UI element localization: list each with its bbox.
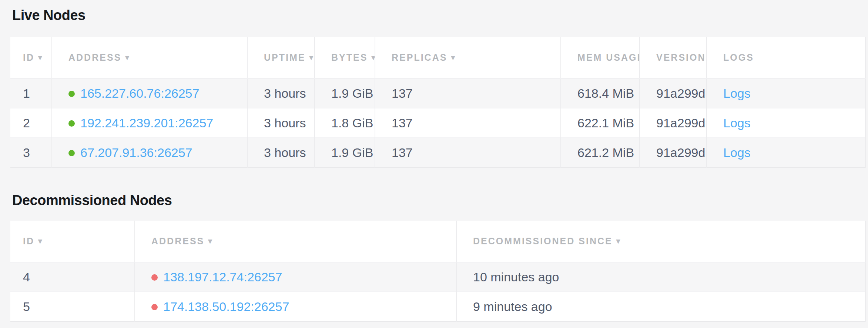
column-label: ADDRESS (151, 236, 204, 246)
column-label: ID (23, 236, 34, 246)
column-header-address[interactable]: ADDRESS▾ (52, 37, 247, 78)
sort-arrow-icon: ▾ (125, 53, 129, 62)
node-address-link[interactable]: 192.241.239.201:26257 (80, 116, 213, 130)
node-id-cell: 3 (10, 138, 52, 167)
decommissioned-header-row: ID▾ ADDRESS▾ DECOMMISSIONED SINCE▾ (10, 221, 865, 262)
node-address-link[interactable]: 138.197.12.74:26257 (163, 270, 282, 284)
column-label: VERSION (656, 52, 706, 63)
logs-cell: Logs (707, 108, 865, 138)
version-cell: 91a299d (640, 78, 707, 108)
column-label: MEM USAGE (577, 52, 640, 63)
decommissioned-status-dot-icon (151, 274, 158, 281)
node-address-cell: 192.241.239.201:26257 (52, 108, 247, 138)
column-label: REPLICAS (392, 52, 447, 63)
decommissioned-nodes-title: Decommissioned Nodes (12, 192, 868, 208)
version-cell: 91a299d (640, 138, 707, 167)
live-status-dot-icon (68, 120, 75, 127)
node-id-cell: 5 (10, 292, 135, 321)
table-row: 2 192.241.239.201:26257 3 hours 1.8 GiB … (10, 108, 865, 138)
live-nodes-header-row: ID▾ ADDRESS▾ UPTIME▾ BYTES▾ REPLICAS▾ ME… (10, 37, 865, 78)
column-header-logs: LOGS (707, 37, 865, 78)
column-label: ID (23, 52, 34, 63)
table-row: 1 165.227.60.76:26257 3 hours 1.9 GiB 13… (10, 78, 865, 108)
bytes-cell: 1.8 GiB (315, 108, 375, 138)
column-label: BYTES (331, 52, 368, 63)
sort-arrow-icon: ▾ (451, 53, 455, 62)
table-row: 3 67.207.91.36:26257 3 hours 1.9 GiB 137… (10, 138, 865, 167)
table-row: 5 174.138.50.192:26257 9 minutes ago (10, 292, 865, 321)
logs-cell: Logs (707, 138, 865, 167)
sort-arrow-icon: ▾ (616, 237, 620, 245)
column-label: ADDRESS (68, 52, 121, 63)
logs-cell: Logs (707, 78, 865, 108)
live-nodes-title: Live Nodes (12, 0, 868, 21)
live-status-dot-icon (68, 150, 75, 156)
sort-arrow-icon: ▾ (38, 53, 42, 62)
column-label: UPTIME (264, 52, 305, 63)
logs-link[interactable]: Logs (723, 86, 751, 100)
bytes-cell: 1.9 GiB (315, 138, 375, 167)
mem-usage-cell: 622.1 MiB (561, 108, 640, 138)
version-cell: 91a299d (640, 108, 707, 138)
live-nodes-table: ID▾ ADDRESS▾ UPTIME▾ BYTES▾ REPLICAS▾ ME… (10, 37, 866, 168)
uptime-cell: 3 hours (247, 138, 315, 167)
column-label: DECOMMISSIONED SINCE (473, 236, 613, 246)
sort-arrow-icon: ▾ (38, 237, 42, 245)
node-id-cell: 4 (10, 262, 135, 292)
column-label: LOGS (723, 52, 754, 63)
column-header-bytes[interactable]: BYTES▾ (315, 37, 375, 78)
node-address-cell: 165.227.60.76:26257 (52, 78, 247, 108)
node-address-link[interactable]: 174.138.50.192:26257 (163, 299, 289, 314)
logs-link[interactable]: Logs (723, 116, 751, 130)
live-status-dot-icon (68, 91, 75, 97)
decommissioned-nodes-table: ID▾ ADDRESS▾ DECOMMISSIONED SINCE▾ 4 138… (10, 221, 866, 322)
replicas-cell: 137 (375, 78, 561, 108)
column-header-decommissioned-since[interactable]: DECOMMISSIONED SINCE▾ (456, 221, 865, 262)
uptime-cell: 3 hours (247, 108, 315, 138)
replicas-cell: 137 (375, 138, 561, 167)
column-header-version[interactable]: VERSION▾ (640, 37, 707, 78)
bytes-cell: 1.9 GiB (315, 78, 375, 108)
node-address-cell: 138.197.12.74:26257 (135, 262, 456, 292)
table-row: 4 138.197.12.74:26257 10 minutes ago (10, 262, 865, 292)
column-header-uptime[interactable]: UPTIME▾ (247, 37, 315, 78)
mem-usage-cell: 621.2 MiB (561, 138, 640, 167)
sort-arrow-icon: ▾ (371, 53, 375, 62)
uptime-cell: 3 hours (247, 78, 315, 108)
column-header-id[interactable]: ID▾ (10, 221, 135, 262)
decommissioned-since-cell: 9 minutes ago (456, 292, 865, 321)
node-address-cell: 174.138.50.192:26257 (135, 292, 456, 321)
node-id-cell: 1 (10, 78, 52, 108)
logs-link[interactable]: Logs (723, 145, 751, 160)
column-header-mem-usage[interactable]: MEM USAGE▾ (561, 37, 640, 78)
replicas-cell: 137 (375, 108, 561, 138)
sort-arrow-icon: ▾ (309, 53, 313, 62)
column-header-address[interactable]: ADDRESS▾ (135, 221, 456, 262)
node-id-cell: 2 (10, 108, 52, 138)
cluster-nodes-page: Live Nodes ID▾ ADDRESS▾ UPTIME▾ BYTES▾ R… (0, 0, 868, 322)
mem-usage-cell: 618.4 MiB (561, 78, 640, 108)
column-header-replicas[interactable]: REPLICAS▾ (375, 37, 561, 78)
sort-arrow-icon: ▾ (208, 237, 212, 245)
decommissioned-status-dot-icon (151, 304, 158, 310)
node-address-link[interactable]: 165.227.60.76:26257 (80, 86, 199, 100)
decommissioned-since-cell: 10 minutes ago (456, 262, 865, 292)
node-address-link[interactable]: 67.207.91.36:26257 (80, 145, 192, 160)
column-header-id[interactable]: ID▾ (10, 37, 52, 78)
node-address-cell: 67.207.91.36:26257 (52, 138, 247, 167)
